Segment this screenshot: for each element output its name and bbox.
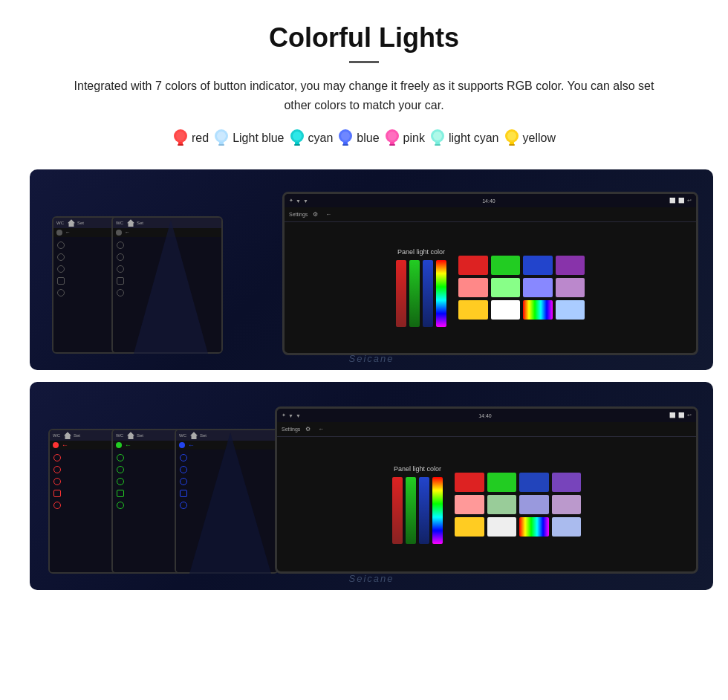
bluetooth-icon-top: ✦ bbox=[289, 198, 293, 204]
grid-cell-r1c4 bbox=[556, 256, 585, 275]
color-label-yellow: yellow bbox=[523, 132, 556, 145]
color-label-lightblue: Light blue bbox=[233, 132, 284, 145]
mini-home-b1 bbox=[64, 432, 71, 439]
mini-icon-2d bbox=[117, 277, 124, 285]
main-screen-bottom: ✦ ▼ ▼ 14:40 ⬜ ⬜ ↩ Settings ⚙ ← bbox=[275, 406, 698, 574]
svg-rect-11 bbox=[294, 144, 300, 146]
mini-wc-b1: WC bbox=[53, 433, 60, 438]
bar-red-top bbox=[396, 260, 406, 327]
bottom-settings-icon: ⚙ bbox=[305, 426, 311, 432]
status-right-top: ⬜ ⬜ ↩ bbox=[669, 198, 692, 204]
status-left-top: ✦ ▼ ▼ bbox=[289, 198, 308, 204]
mini-wc-2: WC bbox=[116, 221, 123, 225]
bottom-main-body: Panel light color bbox=[277, 437, 696, 571]
mini-icon-b2a bbox=[117, 454, 124, 461]
mini-icons-2 bbox=[115, 239, 126, 350]
bottom-vol-icon: ⬜ bbox=[678, 412, 685, 418]
svg-rect-15 bbox=[342, 144, 348, 146]
bottom-time-display: 14:40 bbox=[478, 413, 492, 418]
mini-icon-b3c bbox=[180, 478, 187, 485]
bottom-grid-r2c2 bbox=[487, 495, 517, 514]
bulb-icon-lightblue bbox=[213, 128, 230, 149]
bottom-cam-icon: ⬜ bbox=[669, 412, 676, 418]
svg-point-5 bbox=[217, 132, 226, 140]
mini-nav-2: ← bbox=[113, 228, 221, 237]
mini-nav-dot-1 bbox=[56, 230, 62, 236]
mini-icon-2a bbox=[117, 242, 124, 249]
bottom-nav-label: Settings bbox=[282, 427, 300, 432]
mini-icons-b1 bbox=[52, 452, 62, 570]
header-section: Colorful Lights Integrated with 7 colors… bbox=[30, 22, 698, 114]
grid-cell-r2c1 bbox=[458, 278, 488, 297]
bar-green-top bbox=[409, 260, 420, 327]
main-nav-top: Settings ⚙ ← bbox=[285, 207, 696, 222]
bottom-grid-r2c3 bbox=[519, 495, 549, 514]
small-screen-2: WC Set ← bbox=[111, 216, 223, 354]
bottom-back-icon: ↩ bbox=[687, 412, 692, 418]
bulb-icon-red bbox=[172, 128, 189, 149]
grid-cell-r3c2 bbox=[491, 300, 521, 320]
mini-body-2 bbox=[113, 237, 221, 352]
bottom-nav-back-icon: ← bbox=[318, 426, 324, 432]
bottom-grid-r1c3 bbox=[519, 473, 549, 492]
color-item-lightcyan: light cyan bbox=[429, 128, 499, 149]
bottom-grid-r1c2 bbox=[487, 473, 517, 492]
mini-icon-b2b bbox=[117, 466, 124, 473]
bottom-color-bars bbox=[392, 477, 443, 544]
bottom-grid-r3c1 bbox=[455, 517, 484, 537]
bulb-icon-cyan bbox=[289, 128, 305, 149]
mini-nav-dot-b1 bbox=[53, 442, 59, 448]
small-screens-stack-top: WC Set ← bbox=[45, 187, 312, 354]
bottom-bar-red bbox=[392, 477, 403, 544]
top-device-section: WC Set ← bbox=[30, 169, 713, 370]
mini-home-2 bbox=[127, 219, 134, 227]
mini-icon-b2c bbox=[117, 478, 124, 485]
bulb-icon-blue bbox=[337, 128, 354, 149]
bar-blue-top bbox=[423, 260, 433, 327]
nav-settings-icon-top: ⚙ bbox=[313, 211, 318, 218]
mini-home-1 bbox=[68, 219, 75, 227]
panel-section-top: Panel light color bbox=[396, 248, 446, 327]
mini-icon-b3b bbox=[180, 466, 187, 473]
color-item-red: red bbox=[172, 128, 209, 149]
mini-icon-1d bbox=[57, 277, 65, 285]
page-title: Colorful Lights bbox=[30, 22, 698, 54]
bottom-bar-blue bbox=[419, 477, 429, 544]
color-item-pink: pink bbox=[384, 128, 425, 149]
bottom-grid-r3c4 bbox=[552, 517, 582, 537]
main-body-top: Panel light color bbox=[285, 222, 696, 353]
bottom-signal-icon: ▼ bbox=[296, 413, 301, 418]
color-label-red: red bbox=[192, 132, 209, 145]
main-screen-top: ✦ ▼ ▼ 14:40 ⬜ ⬜ ↩ Settings ⚙ ← bbox=[282, 192, 698, 355]
grid-cell-r3c3 bbox=[523, 300, 553, 320]
grid-cell-r3c1 bbox=[458, 300, 488, 320]
grid-cell-r2c4 bbox=[556, 278, 585, 297]
mini-icon-2c bbox=[117, 265, 124, 273]
mini-icon-b1c bbox=[53, 478, 61, 485]
nav-back-icon-top: ← bbox=[325, 211, 331, 218]
bottom-device-section: WC Set ← bbox=[30, 382, 713, 590]
svg-point-17 bbox=[388, 132, 397, 140]
mini-bar-2: WC Set bbox=[113, 218, 221, 228]
mini-icon-b1e bbox=[53, 502, 61, 509]
mini-nav-dot-2 bbox=[116, 230, 122, 236]
header-divider bbox=[349, 61, 379, 63]
bottom-panel-title: Panel light color bbox=[394, 465, 441, 473]
mini-icon-b3d bbox=[180, 490, 187, 497]
nav-label-top: Settings bbox=[289, 212, 308, 217]
watermark-top: Seicane bbox=[349, 353, 394, 364]
mini-back-b2: ← bbox=[125, 441, 131, 449]
bottom-grid-r1c1 bbox=[455, 473, 484, 492]
mini-icon-b2d bbox=[117, 490, 124, 497]
small-screen-b3: WC Set ← bbox=[175, 429, 279, 574]
svg-point-25 bbox=[507, 132, 516, 140]
main-status-top: ✦ ▼ ▼ 14:40 ⬜ ⬜ ↩ bbox=[285, 194, 696, 207]
svg-rect-23 bbox=[435, 144, 441, 146]
color-item-cyan: cyan bbox=[289, 128, 334, 149]
mini-set-2: Set bbox=[137, 221, 143, 225]
bottom-grid-r3c3 bbox=[519, 517, 549, 537]
mini-set-b2: Set bbox=[137, 433, 143, 438]
mini-icon-1e bbox=[57, 289, 65, 296]
mini-nav-dot-b2 bbox=[116, 442, 122, 448]
grid-cell-r1c1 bbox=[458, 256, 488, 275]
